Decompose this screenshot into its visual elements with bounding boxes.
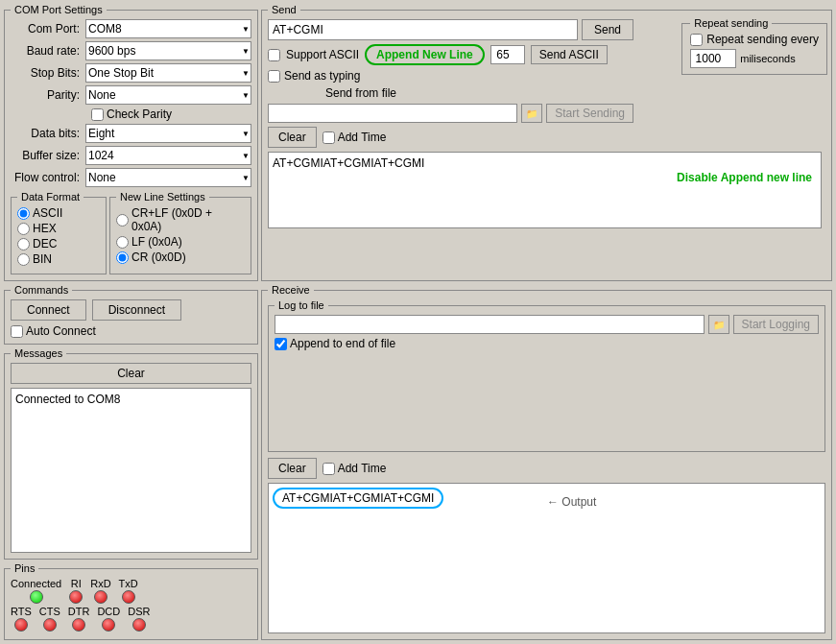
support-ascii-label: Support ASCII: [286, 48, 359, 61]
hex-radio[interactable]: [17, 223, 30, 235]
lf-radio[interactable]: [116, 236, 129, 249]
lf-label: LF (0x0A): [131, 235, 182, 249]
ascii-radio[interactable]: [17, 207, 30, 220]
pin-led-dsr: [132, 618, 146, 632]
send-add-time-checkbox[interactable]: [322, 131, 335, 144]
pin-label-cts: CTS: [39, 606, 60, 617]
stop-bits-label: Stop Bits:: [11, 66, 85, 80]
dec-label: DEC: [33, 237, 57, 250]
buffer-size-label: Buffer size:: [11, 149, 85, 162]
messages-output: Connected to COM8: [11, 388, 251, 553]
receive-clear-button[interactable]: Clear: [268, 458, 317, 479]
data-bits-label: Data bits:: [11, 127, 85, 140]
log-browse-button[interactable]: 📁: [708, 315, 729, 334]
flow-control-select[interactable]: None: [85, 168, 251, 187]
start-logging-button[interactable]: Start Logging: [733, 315, 819, 334]
parity-select[interactable]: None: [85, 85, 251, 105]
receive-output-text: AT+CGMIAT+CGMIAT+CGMI: [273, 488, 443, 509]
append-to-file-checkbox[interactable]: [275, 338, 287, 350]
crlf-label: CR+LF (0x0D + 0x0A): [131, 206, 245, 233]
send-file-input[interactable]: [268, 104, 517, 123]
pin-led-dtr: [72, 618, 85, 632]
bin-radio[interactable]: [17, 253, 30, 266]
pin-label-txd: TxD: [119, 578, 138, 589]
connect-button[interactable]: Connect: [11, 299, 86, 321]
stop-bits-select[interactable]: One Stop Bit: [85, 63, 251, 83]
data-format-title: Data Format: [17, 191, 84, 203]
pin-label-dsr: DSR: [128, 606, 150, 617]
pin-led-rxd: [94, 590, 107, 604]
send-output: AT+CGMIAT+CGMIAT+CGMI: [268, 152, 822, 228]
repeat-sending-label: Repeat sending every: [706, 33, 819, 46]
log-to-file-group: Log to file 📁 Start Logging Append to en…: [268, 299, 825, 452]
parity-label: Parity:: [11, 88, 85, 102]
com-port-settings: COM Port Settings Com Port: COM8 Baud ra…: [4, 4, 258, 281]
pin-item-cts: CTS: [39, 606, 60, 632]
start-sending-button[interactable]: Start Sending: [546, 104, 633, 123]
disconnect-button[interactable]: Disconnect: [92, 299, 181, 321]
buffer-size-select[interactable]: 1024: [85, 146, 251, 165]
pin-item-rxd: RxD: [90, 578, 110, 604]
send-file-browse-button[interactable]: 📁: [521, 104, 542, 123]
pin-item-txd: TxD: [119, 578, 138, 604]
data-bits-select[interactable]: Eight: [85, 124, 251, 143]
receive-output: AT+CGMIAT+CGMIAT+CGMI ← Output: [268, 483, 825, 633]
pin-item-ri: RI: [69, 578, 83, 604]
dec-radio[interactable]: [17, 238, 30, 250]
commands-title: Commands: [11, 284, 72, 296]
commands-panel: Commands Connect Disconnect Auto Connect: [4, 284, 258, 345]
send-panel: Send Repeat sending Repeat sending every…: [261, 4, 832, 281]
messages-clear-button[interactable]: Clear: [11, 363, 251, 384]
pin-item-dtr: DTR: [68, 606, 90, 632]
send-as-typing-checkbox[interactable]: [268, 70, 280, 83]
send-input[interactable]: [268, 19, 578, 40]
baud-rate-select[interactable]: 9600 bps: [85, 41, 251, 60]
auto-connect-label: Auto Connect: [26, 324, 96, 338]
newline-settings-group: New Line Settings CR+LF (0x0D + 0x0A) LF…: [109, 191, 251, 274]
pin-label-rxd: RxD: [90, 578, 110, 589]
send-ascii-button[interactable]: Send ASCII: [531, 45, 608, 64]
auto-connect-checkbox[interactable]: [11, 325, 23, 338]
pin-label-dcd: DCD: [97, 606, 120, 617]
receive-add-time-checkbox[interactable]: [322, 463, 335, 475]
log-file-input[interactable]: [275, 315, 705, 334]
send-from-file-label: Send from file: [325, 86, 396, 100]
send-button[interactable]: Send: [582, 19, 633, 40]
hex-label: HEX: [33, 222, 57, 235]
pin-item-rts: RTS: [11, 606, 32, 632]
support-ascii-checkbox[interactable]: [268, 49, 280, 61]
pin-led-connected: [30, 590, 43, 604]
repeat-interval-input[interactable]: 1000: [690, 49, 736, 68]
miliseconds-label: miliseconds: [740, 53, 795, 64]
messages-title: Messages: [11, 347, 66, 359]
log-to-file-label: Log to file: [275, 299, 328, 311]
ascii-num-input[interactable]: [490, 45, 525, 64]
send-title: Send: [268, 4, 300, 15]
pin-led-txd: [122, 590, 135, 604]
output-annotation: ← Output: [547, 495, 596, 509]
com-port-label: Com Port:: [11, 22, 85, 36]
cr-label: CR (0x0D): [131, 250, 186, 264]
pins-panel: Pins ConnectedRIRxDTxD RTSCTSDTRDCDDSR: [4, 562, 258, 640]
check-parity-checkbox[interactable]: [91, 108, 104, 121]
receive-title: Receive: [268, 284, 314, 296]
annotation-disable-append: Disable Append new line: [677, 171, 812, 184]
pin-item-dcd: DCD: [97, 606, 120, 632]
messages-panel: Messages Clear Connected to COM8: [4, 347, 258, 560]
pin-led-dcd: [102, 618, 115, 632]
com-port-select[interactable]: COM8: [85, 19, 251, 38]
append-to-file-label: Append to end of file: [290, 337, 395, 350]
newline-settings-title: New Line Settings: [116, 191, 209, 203]
receive-add-time-label: Add Time: [338, 462, 387, 475]
pin-label-ri: RI: [71, 578, 82, 589]
repeat-sending-group: Repeat sending Repeat sending every 1000…: [681, 17, 827, 75]
append-new-line-button[interactable]: Append New Line: [365, 44, 485, 65]
com-port-settings-title: COM Port Settings: [11, 4, 107, 15]
pin-led-ri: [69, 590, 83, 604]
crlf-radio[interactable]: [116, 214, 129, 227]
pin-label-dtr: DTR: [68, 606, 90, 617]
cr-radio[interactable]: [116, 251, 129, 264]
repeat-sending-checkbox[interactable]: [690, 34, 703, 46]
pin-led-cts: [43, 618, 57, 632]
send-clear-button[interactable]: Clear: [268, 127, 317, 148]
